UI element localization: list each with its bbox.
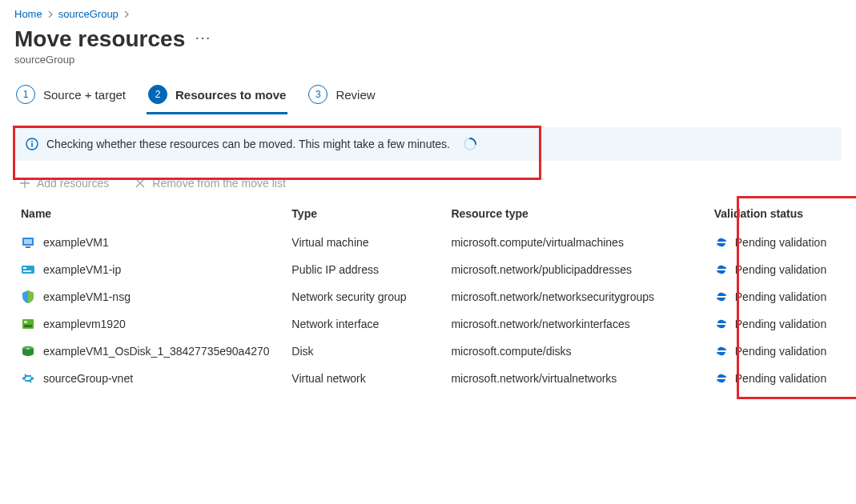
step-label: Review xyxy=(336,88,375,102)
spinner-icon xyxy=(463,137,477,151)
resource-type-label: Disk xyxy=(291,345,451,358)
action-bar: Add resources Remove from the move list xyxy=(14,175,842,199)
nsg-icon xyxy=(21,290,35,304)
info-icon xyxy=(26,138,38,150)
more-menu-button[interactable]: ⋯ xyxy=(195,28,212,47)
sync-icon xyxy=(714,262,729,277)
sync-icon xyxy=(714,371,729,386)
breadcrumb-home[interactable]: Home xyxy=(14,8,42,20)
sync-icon xyxy=(714,235,729,250)
page-subtitle: sourceGroup xyxy=(14,54,842,66)
validation-status: Pending validation xyxy=(735,290,826,303)
col-header-rtype[interactable]: Resource type xyxy=(451,207,713,220)
ip-icon xyxy=(21,262,35,277)
resource-type-id: microsoft.network/publicipaddresses xyxy=(451,263,713,276)
page-title: Move resources xyxy=(14,26,185,52)
sync-icon xyxy=(714,317,729,331)
step-number: 1 xyxy=(16,85,35,104)
table-row[interactable]: exampleVM1_OsDisk_1_38427735e90a4270 Dis… xyxy=(14,338,842,365)
resource-name: exampleVM1 xyxy=(43,236,109,249)
validation-status: Pending validation xyxy=(735,372,826,385)
nic-icon xyxy=(21,317,35,331)
breadcrumb: Home sourceGroup xyxy=(14,8,842,20)
resource-type-id: microsoft.network/networkinterfaces xyxy=(451,318,713,330)
info-banner-text: Checking whether these resources can be … xyxy=(46,138,450,150)
resource-type-label: Network interface xyxy=(291,318,451,330)
resources-table: Name Type Resource type Validation statu… xyxy=(14,199,842,392)
col-header-name[interactable]: Name xyxy=(21,207,291,220)
vnet-icon xyxy=(21,371,35,386)
step-label: Resources to move xyxy=(175,88,286,102)
col-header-type[interactable]: Type xyxy=(291,207,451,220)
disk-icon xyxy=(21,344,35,358)
resource-type-label: Virtual network xyxy=(291,372,451,385)
validation-status: Pending validation xyxy=(735,318,826,330)
chevron-right-icon xyxy=(47,11,54,18)
svg-rect-2 xyxy=(31,141,33,142)
step-number: 3 xyxy=(308,85,328,104)
chevron-right-icon xyxy=(123,11,130,18)
resource-type-id: microsoft.compute/disks xyxy=(451,345,713,358)
close-icon xyxy=(135,178,146,189)
resource-name: exampleVM1-ip xyxy=(43,263,121,276)
col-header-status[interactable]: Validation status xyxy=(714,207,842,220)
sync-icon xyxy=(714,344,729,358)
info-banner: Checking whether these resources can be … xyxy=(14,127,842,161)
table-row[interactable]: exampleVM1-nsg Network security group mi… xyxy=(14,283,842,310)
stepper: 1 Source + target 2 Resources to move 3 … xyxy=(14,80,842,114)
resource-type-label: Network security group xyxy=(291,290,451,303)
table-row[interactable]: examplevm1920 Network interface microsof… xyxy=(14,310,842,338)
table-row[interactable]: exampleVM1-ip Public IP address microsof… xyxy=(14,256,842,283)
plus-icon xyxy=(19,178,30,189)
vm-icon xyxy=(21,235,35,250)
step-review[interactable]: 3 Review xyxy=(307,80,376,114)
resource-name: exampleVM1-nsg xyxy=(43,290,131,303)
resource-type-label: Virtual machine xyxy=(291,236,451,249)
resource-name: exampleVM1_OsDisk_1_38427735e90a4270 xyxy=(43,345,270,358)
resource-name: examplevm1920 xyxy=(43,318,126,330)
step-resources-to-move[interactable]: 2 Resources to move xyxy=(147,80,287,114)
resource-type-id: microsoft.network/virtualnetworks xyxy=(451,372,713,385)
remove-from-list-button[interactable]: Remove from the move list xyxy=(135,177,286,190)
validation-status: Pending validation xyxy=(735,345,826,358)
resource-type-label: Public IP address xyxy=(291,263,451,276)
add-resources-label: Add resources xyxy=(37,177,109,190)
table-header: Name Type Resource type Validation statu… xyxy=(14,199,842,229)
resource-type-id: microsoft.compute/virtualmachines xyxy=(451,236,713,249)
validation-status: Pending validation xyxy=(735,236,826,249)
resource-type-id: microsoft.network/networksecuritygroups xyxy=(451,290,713,303)
svg-rect-1 xyxy=(31,143,33,147)
add-resources-button[interactable]: Add resources xyxy=(19,177,109,190)
step-number: 2 xyxy=(148,85,167,104)
remove-from-list-label: Remove from the move list xyxy=(152,177,286,190)
breadcrumb-sourcegroup[interactable]: sourceGroup xyxy=(58,8,119,20)
validation-status: Pending validation xyxy=(735,263,826,276)
table-row[interactable]: sourceGroup-vnet Virtual network microso… xyxy=(14,365,842,392)
step-label: Source + target xyxy=(43,88,126,102)
table-row[interactable]: exampleVM1 Virtual machine microsoft.com… xyxy=(14,229,842,256)
sync-icon xyxy=(714,290,729,304)
step-source-target[interactable]: 1 Source + target xyxy=(14,80,127,114)
resource-name: sourceGroup-vnet xyxy=(43,372,133,385)
